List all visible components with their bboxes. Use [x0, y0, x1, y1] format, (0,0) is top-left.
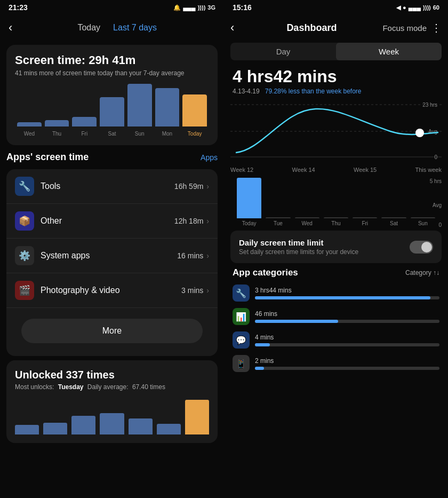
label-week12: Week 12	[230, 167, 253, 173]
bar-right-col-thu: Thu	[324, 217, 348, 226]
menu-icon[interactable]: ⋮	[431, 21, 442, 34]
other-chevron-icon: ›	[206, 217, 209, 225]
bar-col-today: Today	[182, 94, 207, 137]
cat-bar-fill-4	[255, 367, 264, 370]
photo-chevron-icon: ›	[206, 286, 209, 295]
svg-text:0: 0	[434, 154, 437, 160]
cat-info-3: 4 mins	[255, 334, 439, 346]
daily-limit-toggle[interactable]	[410, 241, 433, 254]
bar-right-label-thu: Thu	[331, 220, 340, 226]
cat-info-4: 2 mins	[255, 357, 439, 370]
screen-time-bar-chart: Wed Thu Fri Sat Sun	[15, 83, 209, 137]
svg-point-6	[415, 129, 424, 137]
bar-right-zero-label: 0	[438, 222, 442, 228]
mini-bar-4	[100, 413, 124, 434]
tools-time: 16h 59m	[174, 182, 203, 191]
week-toggle-button[interactable]: Week	[336, 43, 442, 60]
cat-row-1[interactable]: 🔧 3 hrs44 mins	[224, 281, 448, 305]
cat-time-1: 3 hrs44 mins	[255, 287, 439, 294]
unlocked-subtitle: Most unlocks: Tuesday Daily average: 67.…	[15, 383, 209, 391]
bar-right-col-today: Today	[237, 178, 261, 226]
daily-avg-label: Daily average:	[87, 383, 129, 391]
app-row-photo[interactable]: 🎬 Photography & video 3 mins ›	[6, 273, 218, 308]
bar-today	[182, 94, 207, 127]
bar-col-sat: Sat	[100, 97, 124, 137]
bar-label-today: Today	[188, 131, 202, 137]
bar-right-today	[237, 178, 261, 218]
system-chevron-icon: ›	[206, 251, 209, 260]
bar-right-col-fri: Fri	[353, 217, 377, 226]
focus-mode-label[interactable]: Focus mode	[382, 23, 427, 33]
mini-bar-3	[71, 416, 95, 434]
other-name: Other	[41, 216, 174, 226]
bar-label-sat: Sat	[108, 131, 116, 137]
daily-limit-title: Daily screen time limit	[239, 238, 358, 247]
day-toggle-button[interactable]: Day	[230, 43, 336, 60]
cat-bar-bg-3	[255, 343, 439, 346]
right-status-icons: ◀ ● ▄▄▄ )))) 60	[396, 4, 439, 11]
cat-bar-bg-4	[255, 367, 439, 370]
apps-link[interactable]: Apps	[201, 153, 218, 162]
cat-row-4[interactable]: 📱 2 mins	[224, 352, 448, 375]
label-this-week: This week	[415, 167, 442, 173]
bar-right-label-tue: Tue	[274, 220, 283, 226]
line-chart-svg: 23 hrs Avg 0	[230, 99, 442, 163]
day-week-toggle[interactable]: Day Week	[230, 43, 442, 60]
cat-info-1: 3 hrs44 mins	[255, 287, 439, 299]
big-time-subtitle: 4.13-4.19 79.28% less than the week befo…	[233, 88, 439, 95]
bar-col-fri: Fri	[72, 117, 97, 137]
cat-info-2: 46 mins	[255, 310, 439, 323]
label-week14: Week 14	[292, 167, 315, 173]
right-scroll-area: Day Week 4 hrs42 mins 4.13-4.19 79.28% l…	[224, 41, 448, 498]
bar-col-mon: Mon	[155, 88, 180, 137]
bar-right-col-sun: Sun	[411, 217, 435, 226]
more-button[interactable]: More	[21, 319, 203, 343]
tools-name: Tools	[41, 181, 174, 191]
cat-bar-bg-1	[255, 296, 439, 299]
bar-right-col-sat: Sat	[381, 217, 406, 226]
right-nav-icon: ◀	[396, 4, 401, 11]
right-battery-icon: 60	[433, 4, 439, 11]
daily-limit-card: Daily screen time limit Set daily screen…	[230, 231, 442, 263]
other-icon: 📦	[15, 211, 34, 231]
cat-icon-2: 📊	[233, 308, 250, 325]
category-sort-button[interactable]: Category ↑↓	[405, 269, 439, 276]
weekly-bar-chart: Today Tue Wed Thu Fri	[237, 178, 435, 226]
bar-right-wed	[295, 217, 319, 218]
bar-sun	[127, 84, 152, 127]
mini-bar-5	[129, 418, 153, 434]
bar-label-fri: Fri	[81, 131, 87, 137]
bar-right-label-sat: Sat	[390, 220, 398, 226]
right-signal-icon: ▄▄▄	[409, 4, 421, 11]
left-nav-bar: ‹ Today Last 7 days	[0, 15, 224, 41]
bar-right-label-sun: Sun	[418, 220, 428, 226]
cat-icon-1: 🔧	[233, 284, 250, 302]
weekly-bar-chart-container: 5 hrs Avg 0 Today Tue Wed Thu	[230, 178, 442, 226]
app-row-system[interactable]: ⚙️ System apps 16 mins ›	[6, 239, 218, 273]
right-time: 15:16	[233, 3, 252, 12]
cat-row-3[interactable]: 💬 4 mins	[224, 328, 448, 352]
app-categories-header: App categories Category ↑↓	[233, 267, 439, 278]
mini-bar-1	[15, 425, 39, 434]
app-row-tools[interactable]: 🔧 Tools 16h 59m ›	[6, 169, 218, 204]
left-time: 21:23	[9, 3, 28, 12]
most-unlocks-label: Most unlocks:	[15, 383, 54, 391]
right-back-button[interactable]: ‹	[230, 21, 234, 35]
left-back-button[interactable]: ‹	[9, 21, 12, 35]
unlock-mini-chart	[15, 397, 209, 434]
bar-right-sun	[411, 217, 435, 218]
cat-bar-fill-2	[255, 320, 338, 323]
tab-last7days[interactable]: Last 7 days	[113, 21, 157, 35]
apps-header: Apps' screen time Apps	[6, 149, 218, 165]
big-time-display: 4 hrs42 mins	[233, 67, 439, 86]
right-nav-title: Dashboard	[241, 22, 382, 34]
app-row-other[interactable]: 📦 Other 12h 18m ›	[6, 204, 218, 239]
alarm-icon: 🔔	[173, 4, 181, 11]
cat-time-3: 4 mins	[255, 334, 439, 341]
mini-bar-2	[43, 423, 67, 434]
wifi-icon: ))))	[198, 4, 206, 11]
cat-row-2[interactable]: 📊 46 mins	[224, 305, 448, 328]
svg-text:23 hrs: 23 hrs	[422, 102, 437, 108]
daily-limit-text: Daily screen time limit Set daily screen…	[239, 238, 358, 256]
tab-today[interactable]: Today	[77, 21, 100, 35]
